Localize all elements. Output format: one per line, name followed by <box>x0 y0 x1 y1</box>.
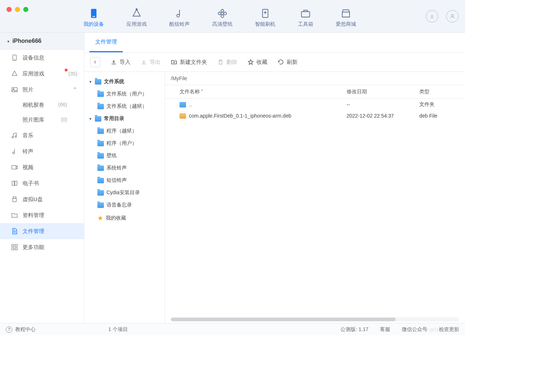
sidebar-item[interactable]: 铃声 <box>0 143 84 159</box>
sidebar-item[interactable]: 电子书 <box>0 175 84 191</box>
back-button[interactable] <box>90 57 100 67</box>
sidebar-item[interactable]: 资料管理 <box>0 207 84 223</box>
user-button[interactable] <box>446 10 459 23</box>
chevron-up-icon: ⌃ <box>73 86 77 93</box>
statusbar: ? 教程中心 1 个项目 公测版: 1.17 客服 微信公众号 检查更新 <box>0 323 465 335</box>
tree-item[interactable]: 系统铃声 <box>84 162 165 174</box>
svg-point-8 <box>224 12 227 15</box>
table-row[interactable]: com.apple.FirstDeb_0.1-1_iphoneos-arm.de… <box>165 110 465 121</box>
tree-label: 壁纸 <box>106 152 117 159</box>
folder-icon <box>97 91 104 97</box>
nav-tab-apps[interactable]: 应用游戏 <box>126 8 147 28</box>
sidebar-item[interactable]: 更多功能 <box>0 239 84 255</box>
nav-tab-store[interactable]: 爱思商城 <box>336 8 356 28</box>
tree-item[interactable]: 短信铃声 <box>84 174 165 187</box>
sidebar-item[interactable]: 设备信息 <box>0 50 84 66</box>
col-name[interactable]: 文件名称⌃ <box>171 89 347 95</box>
sidebar-icon <box>11 180 18 187</box>
sidebar-icon <box>11 54 18 61</box>
tree-item[interactable]: 语音备忘录 <box>84 199 165 211</box>
nav-label: 应用游戏 <box>126 21 147 28</box>
support-link[interactable]: 客服 <box>380 326 390 333</box>
file-type: 文件夹 <box>419 101 459 108</box>
download-button[interactable] <box>426 10 438 23</box>
nav-tab-toolbox[interactable]: 工具箱 <box>298 8 313 28</box>
file-type: deb File <box>419 113 459 119</box>
tree-label: 系统铃声 <box>106 165 127 171</box>
help-icon[interactable]: ? <box>6 326 12 333</box>
sidebar-item[interactable]: 文件管理 <box>0 223 84 239</box>
tree-item[interactable]: 壁纸 <box>84 150 165 162</box>
nav-label: 智能刷机 <box>255 21 275 28</box>
tree-item[interactable]: 文件系统（用户） <box>84 88 165 100</box>
svg-rect-25 <box>15 248 17 250</box>
sidebar-item[interactable]: 应用游戏(35) <box>0 66 84 82</box>
col-type[interactable]: 类型 <box>419 89 459 95</box>
tool-label: 删除 <box>226 59 237 66</box>
sidebar-list: 设备信息应用游戏(35)照片⌃相机胶卷(66)照片图库(0)音乐铃声视频电子书虚… <box>0 50 84 255</box>
close-button[interactable] <box>7 7 12 12</box>
nav-tab-ringtones[interactable]: 酷炫铃声 <box>169 8 190 28</box>
tree-item[interactable]: Cydia安装目录 <box>84 187 165 199</box>
nav-tab-device[interactable]: 我的设备 <box>84 8 104 28</box>
sidebar-item[interactable]: 视频 <box>0 159 84 175</box>
sidebar-icon <box>11 70 18 77</box>
file-name: .. <box>189 102 192 107</box>
tab-file-manager[interactable]: 文件管理 <box>89 33 123 52</box>
star-icon: ★ <box>97 214 103 222</box>
tree-label: 常用目录 <box>104 115 124 122</box>
folder-icon <box>97 153 104 159</box>
newfolder-button[interactable]: 新建文件夹 <box>171 59 207 66</box>
sidebar-label: 更多功能 <box>23 244 44 251</box>
tree-item[interactable]: ★我的收藏 <box>84 211 165 225</box>
sidebar-label: 电子书 <box>23 180 39 187</box>
sidebar-icon <box>11 244 18 251</box>
device-header[interactable]: iPhone666 <box>0 33 84 50</box>
horizontal-scrollbar[interactable] <box>171 317 459 322</box>
sidebar-icon <box>11 196 18 203</box>
sidebar-item[interactable]: 音乐 <box>0 127 84 143</box>
tree-item[interactable]: ▼常用目录 <box>84 113 165 125</box>
nav-label: 高清壁纸 <box>212 21 233 28</box>
subitem-label: 照片图库 <box>23 117 44 123</box>
tree-item[interactable]: 文件系统（越狱） <box>84 100 165 113</box>
import-button[interactable]: 导入 <box>110 59 130 66</box>
col-date[interactable]: 修改日期 <box>347 89 419 95</box>
refresh-button[interactable]: 刷新 <box>278 59 298 66</box>
folder-icon <box>95 116 101 122</box>
delete-button[interactable]: 删除 <box>217 59 237 66</box>
maximize-button[interactable] <box>23 7 28 12</box>
table-header: 文件名称⌃ 修改日期 类型 <box>165 85 465 99</box>
tree-label: 程序（越狱） <box>106 128 137 134</box>
sidebar-subitem[interactable]: 照片图库(0) <box>0 113 84 127</box>
folder-icon <box>97 190 104 196</box>
tree-label: 程序（用户） <box>106 140 137 147</box>
tool-label: 刷新 <box>287 59 298 66</box>
nav-tab-wallpaper[interactable]: 高清壁纸 <box>212 8 233 28</box>
notification-dot <box>65 69 68 72</box>
items-count: 1 个项目 <box>108 326 128 333</box>
minimize-button[interactable] <box>15 7 20 12</box>
tree-item[interactable]: 程序（用户） <box>84 137 165 150</box>
count-badge: (0) <box>61 117 67 123</box>
store-icon <box>340 8 351 19</box>
help-link[interactable]: 教程中心 <box>15 326 36 333</box>
export-button[interactable]: 导出 <box>141 59 161 66</box>
svg-rect-24 <box>12 248 14 250</box>
sidebar: iPhone666 设备信息应用游戏(35)照片⌃相机胶卷(66)照片图库(0)… <box>0 33 84 323</box>
folder-icon <box>97 178 104 183</box>
tree-item[interactable]: 程序（越狱） <box>84 125 165 137</box>
sidebar-item[interactable]: 照片⌃ <box>0 82 84 98</box>
titlebar: 我的设备 应用游戏 酷炫铃声 高清壁纸 智能刷机 工具箱 爱思商城 <box>0 0 465 33</box>
sidebar-subitem[interactable]: 相机胶卷(66) <box>0 98 84 113</box>
favorite-button[interactable]: 收藏 <box>247 59 267 66</box>
sidebar-icon <box>11 86 18 93</box>
nav-label: 我的设备 <box>84 21 104 28</box>
table-row[interactable]: ..--文件夹 <box>165 99 465 110</box>
nav-tab-flash[interactable]: 智能刷机 <box>255 8 275 28</box>
tree-label: 文件系统（用户） <box>106 91 147 97</box>
svg-point-7 <box>218 12 221 15</box>
svg-rect-22 <box>12 245 14 247</box>
tree-item[interactable]: ▼文件系统 <box>84 75 165 88</box>
sidebar-item[interactable]: 虚拟U盘 <box>0 191 84 207</box>
